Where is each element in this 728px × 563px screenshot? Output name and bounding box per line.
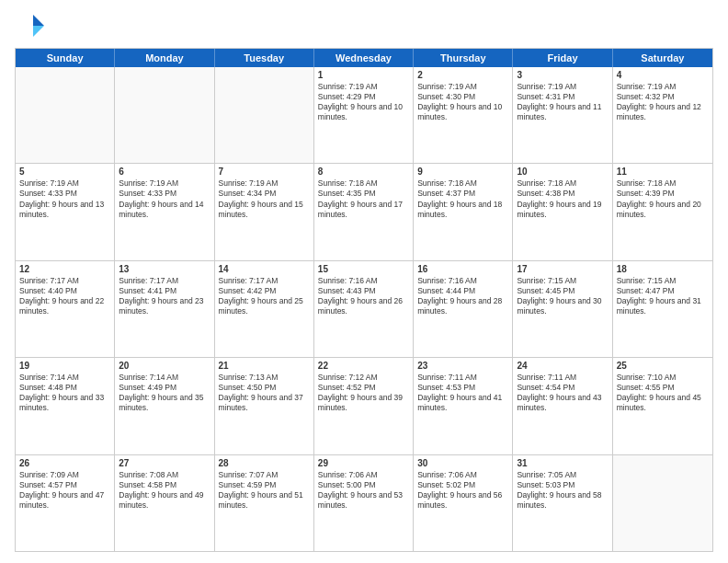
day-cell-16: 16Sunrise: 7:16 AMSunset: 4:44 PMDayligh… — [414, 261, 513, 357]
sunset-line: Sunset: 4:55 PM — [617, 383, 709, 393]
day-number: 31 — [517, 458, 608, 468]
calendar: SundayMondayTuesdayWednesdayThursdayFrid… — [15, 48, 713, 552]
day-number: 6 — [119, 167, 210, 177]
logo-icon — [15, 11, 44, 40]
day-cell-30: 30Sunrise: 7:06 AMSunset: 5:02 PMDayligh… — [414, 455, 513, 551]
sunrise-line: Sunrise: 7:18 AM — [517, 178, 608, 189]
sunrise-line: Sunrise: 7:09 AM — [19, 470, 110, 480]
sunrise-line: Sunrise: 7:14 AM — [19, 373, 110, 383]
daylight-line: Daylight: 9 hours and 47 minutes. — [19, 490, 110, 511]
day-number: 1 — [318, 70, 409, 80]
daylight-line: Daylight: 9 hours and 13 minutes. — [19, 200, 110, 220]
empty-cell — [115, 67, 214, 163]
day-number: 7 — [219, 167, 310, 177]
svg-marker-1 — [33, 26, 44, 37]
daylight-line: Daylight: 9 hours and 33 minutes. — [19, 393, 110, 413]
day-number: 8 — [318, 167, 409, 177]
sunrise-line: Sunrise: 7:06 AM — [318, 470, 409, 480]
day-cell-17: 17Sunrise: 7:15 AMSunset: 4:45 PMDayligh… — [513, 261, 612, 357]
day-cell-10: 10Sunrise: 7:18 AMSunset: 4:38 PMDayligh… — [513, 164, 612, 259]
day-number: 19 — [19, 361, 110, 371]
empty-cell — [215, 67, 314, 163]
header-day-thursday: Thursday — [414, 49, 513, 67]
day-cell-29: 29Sunrise: 7:06 AMSunset: 5:00 PMDayligh… — [314, 455, 414, 551]
daylight-line: Daylight: 9 hours and 19 minutes. — [517, 200, 608, 220]
sunrise-line: Sunrise: 7:15 AM — [617, 276, 709, 286]
day-cell-20: 20Sunrise: 7:14 AMSunset: 4:49 PMDayligh… — [115, 358, 214, 454]
sunset-line: Sunset: 4:47 PM — [617, 286, 709, 296]
day-cell-3: 3Sunrise: 7:19 AMSunset: 4:31 PMDaylight… — [513, 67, 612, 163]
day-cell-4: 4Sunrise: 7:19 AMSunset: 4:32 PMDaylight… — [613, 67, 712, 163]
sunrise-line: Sunrise: 7:19 AM — [517, 82, 608, 92]
header-day-friday: Friday — [513, 49, 612, 67]
sunset-line: Sunset: 4:35 PM — [318, 189, 409, 199]
day-number: 21 — [219, 361, 310, 371]
sunrise-line: Sunrise: 7:18 AM — [318, 178, 409, 189]
calendar-week-2: 5Sunrise: 7:19 AMSunset: 4:33 PMDaylight… — [16, 164, 712, 260]
sunset-line: Sunset: 4:53 PM — [417, 383, 508, 393]
sunrise-line: Sunrise: 7:14 AM — [119, 373, 210, 383]
header-day-wednesday: Wednesday — [314, 49, 414, 67]
daylight-line: Daylight: 9 hours and 20 minutes. — [617, 200, 709, 220]
sunset-line: Sunset: 4:33 PM — [19, 189, 110, 199]
day-cell-19: 19Sunrise: 7:14 AMSunset: 4:48 PMDayligh… — [16, 358, 115, 454]
daylight-line: Daylight: 9 hours and 12 minutes. — [617, 102, 709, 122]
sunrise-line: Sunrise: 7:17 AM — [219, 276, 310, 286]
daylight-line: Daylight: 9 hours and 22 minutes. — [19, 296, 110, 316]
sunrise-line: Sunrise: 7:16 AM — [417, 276, 508, 286]
sunset-line: Sunset: 4:57 PM — [19, 480, 110, 490]
calendar-week-5: 26Sunrise: 7:09 AMSunset: 4:57 PMDayligh… — [16, 455, 712, 551]
day-number: 3 — [517, 70, 608, 80]
sunset-line: Sunset: 4:59 PM — [219, 480, 310, 490]
sunrise-line: Sunrise: 7:19 AM — [417, 82, 508, 92]
day-cell-14: 14Sunrise: 7:17 AMSunset: 4:42 PMDayligh… — [215, 261, 314, 357]
sunset-line: Sunset: 4:29 PM — [318, 92, 409, 102]
header-day-tuesday: Tuesday — [215, 49, 314, 67]
day-number: 27 — [119, 458, 210, 468]
sunset-line: Sunset: 4:48 PM — [19, 383, 110, 393]
sunset-line: Sunset: 5:03 PM — [517, 480, 608, 490]
sunrise-line: Sunrise: 7:18 AM — [617, 178, 709, 189]
sunrise-line: Sunrise: 7:06 AM — [417, 470, 508, 480]
day-cell-12: 12Sunrise: 7:17 AMSunset: 4:40 PMDayligh… — [16, 261, 115, 357]
sunset-line: Sunset: 4:52 PM — [318, 383, 409, 393]
daylight-line: Daylight: 9 hours and 37 minutes. — [219, 393, 310, 413]
daylight-line: Daylight: 9 hours and 49 minutes. — [119, 490, 210, 511]
day-cell-1: 1Sunrise: 7:19 AMSunset: 4:29 PMDaylight… — [314, 67, 414, 163]
daylight-line: Daylight: 9 hours and 58 minutes. — [517, 490, 608, 511]
day-cell-11: 11Sunrise: 7:18 AMSunset: 4:39 PMDayligh… — [613, 164, 712, 259]
sunrise-line: Sunrise: 7:19 AM — [219, 178, 310, 189]
day-number: 22 — [318, 361, 409, 371]
empty-cell — [16, 67, 115, 163]
sunrise-line: Sunrise: 7:17 AM — [19, 276, 110, 286]
day-cell-26: 26Sunrise: 7:09 AMSunset: 4:57 PMDayligh… — [16, 455, 115, 551]
sunrise-line: Sunrise: 7:16 AM — [318, 276, 409, 286]
sunset-line: Sunset: 4:34 PM — [219, 189, 310, 199]
day-cell-27: 27Sunrise: 7:08 AMSunset: 4:58 PMDayligh… — [115, 455, 214, 551]
sunset-line: Sunset: 4:43 PM — [318, 286, 409, 296]
day-number: 17 — [517, 264, 608, 274]
day-cell-8: 8Sunrise: 7:18 AMSunset: 4:35 PMDaylight… — [314, 164, 414, 259]
day-cell-13: 13Sunrise: 7:17 AMSunset: 4:41 PMDayligh… — [115, 261, 214, 357]
sunrise-line: Sunrise: 7:10 AM — [617, 373, 709, 383]
sunrise-line: Sunrise: 7:19 AM — [119, 178, 210, 189]
daylight-line: Daylight: 9 hours and 31 minutes. — [617, 296, 709, 316]
sunset-line: Sunset: 4:54 PM — [517, 383, 608, 393]
daylight-line: Daylight: 9 hours and 51 minutes. — [219, 490, 310, 511]
daylight-line: Daylight: 9 hours and 30 minutes. — [517, 296, 608, 316]
calendar-week-4: 19Sunrise: 7:14 AMSunset: 4:48 PMDayligh… — [16, 358, 712, 454]
daylight-line: Daylight: 9 hours and 43 minutes. — [517, 393, 608, 413]
day-number: 2 — [417, 70, 508, 80]
sunset-line: Sunset: 4:50 PM — [219, 383, 310, 393]
daylight-line: Daylight: 9 hours and 45 minutes. — [617, 393, 709, 413]
sunset-line: Sunset: 4:32 PM — [617, 92, 709, 102]
sunset-line: Sunset: 4:45 PM — [517, 286, 608, 296]
header-day-monday: Monday — [115, 49, 214, 67]
daylight-line: Daylight: 9 hours and 25 minutes. — [219, 296, 310, 316]
day-number: 13 — [119, 264, 210, 274]
sunrise-line: Sunrise: 7:19 AM — [19, 178, 110, 189]
day-number: 24 — [517, 361, 608, 371]
daylight-line: Daylight: 9 hours and 15 minutes. — [219, 200, 310, 220]
daylight-line: Daylight: 9 hours and 26 minutes. — [318, 296, 409, 316]
page: SundayMondayTuesdayWednesdayThursdayFrid… — [0, 0, 728, 563]
